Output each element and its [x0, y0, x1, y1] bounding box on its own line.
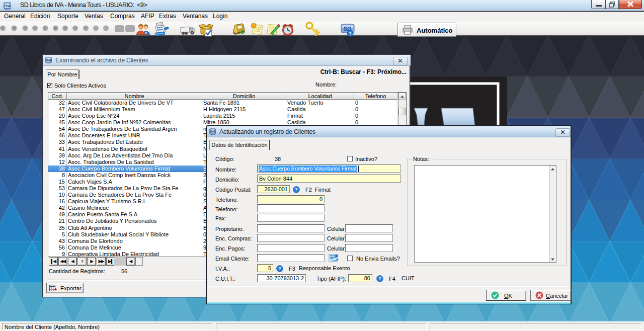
svg-text:IVA: IVA	[210, 130, 215, 133]
svg-text:?: ?	[34, 26, 36, 31]
svg-text:?: ?	[295, 187, 298, 192]
svg-text:?: ?	[349, 31, 352, 36]
svg-text:IVA: IVA	[46, 58, 51, 62]
svg-text:IVA: IVA	[5, 4, 11, 8]
svg-text:?: ?	[378, 276, 381, 281]
svg-text:?: ?	[278, 266, 281, 271]
